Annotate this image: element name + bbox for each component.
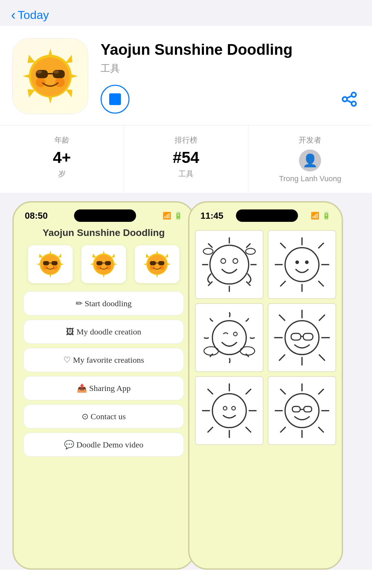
coloring-cell-4 xyxy=(268,303,336,372)
svg-line-114 xyxy=(280,427,286,432)
svg-marker-48 xyxy=(146,254,149,258)
app-info-section: Yaojun Sunshine Doodling 工具 xyxy=(0,26,372,125)
share-button[interactable] xyxy=(339,89,360,110)
svg-line-102 xyxy=(246,389,251,394)
svg-point-82 xyxy=(234,332,237,336)
stat-age-value: 4+ xyxy=(53,149,71,165)
svg-marker-7 xyxy=(28,89,35,97)
svg-point-52 xyxy=(150,265,155,270)
left-phone-mockup: 08:50 📶 🔋 Yaojun Sunshine Doodling xyxy=(12,201,195,570)
svg-point-40 xyxy=(106,265,111,270)
emoji-box-1 xyxy=(28,245,73,283)
svg-rect-29 xyxy=(51,261,58,265)
svg-line-61 xyxy=(208,244,212,248)
svg-point-17 xyxy=(53,70,59,74)
coloring-cell-5 xyxy=(195,376,264,445)
svg-point-26 xyxy=(43,265,48,270)
right-phone-time: 11:45 xyxy=(200,210,224,221)
right-battery-icon: 🔋 xyxy=(322,212,331,220)
svg-point-106 xyxy=(223,406,227,410)
coloring-cell-1 xyxy=(195,230,264,299)
svg-point-83 xyxy=(204,347,218,355)
svg-point-53 xyxy=(159,265,164,270)
svg-point-39 xyxy=(96,265,101,270)
svg-point-11 xyxy=(36,78,45,87)
developer-name: Trong Lanh Vuong xyxy=(279,174,341,183)
svg-point-116 xyxy=(285,394,319,427)
back-chevron-icon: ‹ xyxy=(11,8,16,22)
canvas-icon: 🖼 xyxy=(66,327,76,336)
stat-rank-sublabel: 工具 xyxy=(178,169,194,179)
left-phone-notch xyxy=(74,209,136,222)
svg-line-92 xyxy=(319,354,325,361)
emoji-box-3 xyxy=(135,245,179,283)
left-phone-time: 08:50 xyxy=(25,210,48,221)
svg-point-107 xyxy=(232,406,236,410)
svg-line-104 xyxy=(246,427,251,432)
menu-btn-doodle[interactable]: ✏ Start doodling xyxy=(23,291,184,316)
emoji-row xyxy=(23,245,184,283)
svg-line-62 xyxy=(246,244,250,248)
stat-age: 年龄 4+ 岁 xyxy=(0,125,124,193)
svg-point-27 xyxy=(53,265,58,270)
svg-line-77 xyxy=(318,281,324,286)
left-phone-screen: Yaojun Sunshine Doodling xyxy=(14,222,194,466)
svg-point-78 xyxy=(285,248,319,281)
contact-section: Contact Us xyxy=(0,570,372,588)
svg-marker-22 xyxy=(39,254,43,258)
svg-line-91 xyxy=(279,354,285,361)
stat-age-label: 年龄 xyxy=(54,135,70,145)
svg-line-112 xyxy=(280,389,286,394)
svg-rect-42 xyxy=(105,261,111,265)
right-phone-mockup: 11:45 📶 🔋 xyxy=(188,201,343,570)
menu-btn-contact[interactable]: ⊙ Contact us xyxy=(23,404,184,429)
app-icon-inner xyxy=(13,39,88,114)
right-phone-status-bar: 11:45 📶 🔋 xyxy=(189,203,342,222)
svg-line-75 xyxy=(318,243,324,248)
menu-btn-my-doodle[interactable]: 🖼 My doodle creation xyxy=(23,320,184,344)
svg-rect-118 xyxy=(304,406,312,412)
svg-line-113 xyxy=(318,389,324,394)
svg-rect-55 xyxy=(158,261,165,265)
svg-line-115 xyxy=(318,427,324,432)
svg-line-74 xyxy=(280,243,286,248)
pencil-icon: ✏ xyxy=(76,299,85,308)
svg-marker-36 xyxy=(111,254,115,258)
stat-developer-label: 开发者 xyxy=(299,135,321,145)
stat-developer: 开发者 👤 Trong Lanh Vuong xyxy=(248,125,372,193)
back-label: Today xyxy=(18,8,49,22)
svg-point-79 xyxy=(295,260,299,264)
stat-age-sublabel: 岁 xyxy=(58,169,66,179)
svg-line-103 xyxy=(207,427,213,432)
emoji-box-2 xyxy=(81,245,126,283)
app-icon xyxy=(12,38,88,114)
download-button[interactable] xyxy=(101,85,130,114)
download-stop-icon xyxy=(109,93,121,105)
left-phone-app-title: Yaojun Sunshine Doodling xyxy=(23,227,184,238)
coloring-cell-2 xyxy=(268,230,336,299)
app-actions xyxy=(101,85,360,114)
menu-btn-demo[interactable]: 💬 Doodle Demo video xyxy=(23,433,184,457)
app-icon-svg xyxy=(19,45,81,107)
app-category: 工具 xyxy=(101,62,360,75)
menu-btn-favorites[interactable]: ♡ My favorite creations xyxy=(23,348,184,372)
svg-marker-5 xyxy=(28,55,35,63)
app-title: Yaojun Sunshine Doodling xyxy=(101,41,360,59)
right-wifi-icon: 📶 xyxy=(311,212,319,220)
heart-icon: ♡ xyxy=(63,355,73,364)
svg-point-65 xyxy=(210,245,248,284)
coloring-cell-6 xyxy=(268,376,336,445)
back-button[interactable]: ‹ Today xyxy=(11,8,49,22)
svg-line-76 xyxy=(280,281,286,286)
svg-marker-6 xyxy=(65,55,72,63)
stat-rank: 排行榜 #54 工具 xyxy=(124,125,248,193)
stat-rank-value: #54 xyxy=(173,149,199,165)
svg-marker-23 xyxy=(58,254,61,258)
coloring-cell-3 xyxy=(195,303,264,372)
svg-rect-95 xyxy=(303,333,313,340)
svg-line-90 xyxy=(319,314,325,321)
menu-btn-sharing[interactable]: 📤 Sharing App xyxy=(23,376,184,400)
svg-rect-54 xyxy=(150,261,156,265)
developer-avatar-icon: 👤 xyxy=(302,153,318,168)
right-phone-status-icons: 📶 🔋 xyxy=(311,212,331,220)
